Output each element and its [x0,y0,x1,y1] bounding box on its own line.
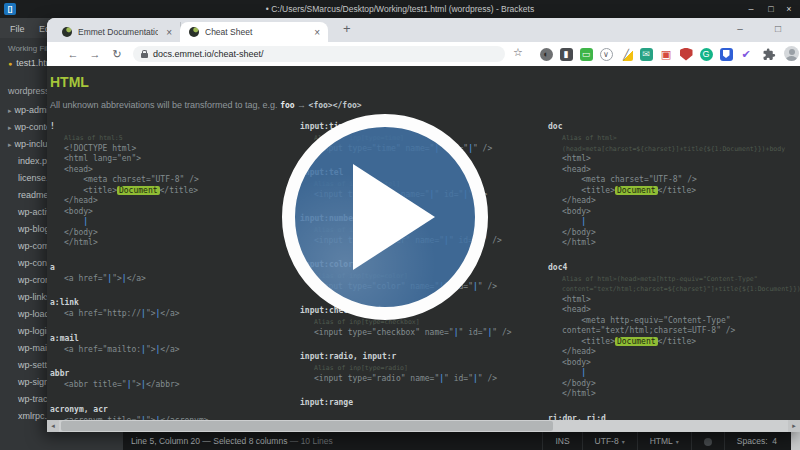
profile-avatar[interactable] [784,46,799,61]
encoding-selector[interactable]: UTF-8▾ [582,432,637,450]
indent-setting[interactable]: Spaces: 4 [724,432,789,450]
robot-extension-icon[interactable]: ▭ [580,48,593,61]
code-line: </head> [50,196,294,207]
color-picker-extension-icon[interactable]: ╱ [620,48,633,61]
abbreviation-title: ri:dpr, ri:d [548,412,792,421]
horizontal-scrollbar[interactable]: ◂ ▸ [47,420,800,432]
caret-placeholder: | [141,309,146,318]
code-line: </head> [548,347,792,358]
overwrite-indicator[interactable]: INS [542,432,581,450]
mail-extension-icon[interactable]: ✉ [640,48,653,61]
menu-file[interactable]: File [10,19,25,39]
code-line: </body> [548,228,792,239]
folder-arrow-icon: ▸ [8,124,12,131]
refresh-button[interactable]: ↻ [109,46,125,62]
encoding-value: UTF-8 [595,436,619,446]
forward-button[interactable]: → [87,46,103,62]
folder-arrow-icon: ▸ [8,107,12,114]
abbreviation-title: abbr [50,367,294,380]
cheat-section: a<a href="|">|</a> [50,261,294,285]
blue-shield-extension-icon[interactable] [720,48,733,61]
code-line: </html> [548,389,792,400]
cheat-section: input:radio, input:rAlias of inp[type=ra… [300,350,544,384]
alias-comment: Alias of inp[type=checkbox] [300,317,544,328]
screen: [] • C:/Users/SMarcus/Desktop/Working/te… [0,0,800,450]
caret-placeholder: | [468,144,473,153]
cheatsheet-column-1: !Alias of html:5<!DOCTYPE html><html lan… [50,120,294,420]
code-line: <meta charset="UTF-8" /> [548,175,792,186]
purple-check-extension-icon[interactable]: ✔ [740,48,753,61]
pocket-extension-icon[interactable]: ∨ [600,48,613,61]
alias-comment: Alias of html> [548,133,792,144]
unsaved-dot-icon: ● [8,60,12,67]
tab-close-icon[interactable]: × [314,27,320,38]
code-line: | [50,217,294,228]
caret-placeholder: | [122,274,127,283]
bookmark-star-icon[interactable]: ☆ [513,46,523,59]
new-tab-button[interactable]: + [343,21,351,36]
brackets-minimize-button[interactable]: – [742,1,760,17]
code-line: </body> [50,228,294,239]
chevron-down-icon: ▾ [676,439,679,445]
cheatsheet-column-3: docAlias of html>(head>meta[charset=${ch… [548,120,792,420]
caret-placeholder: | [127,380,132,389]
address-bar[interactable]: docs.emmet.io/cheat-sheet/ [133,46,505,62]
code-line: content="text/html;charset=UTF-8" /> [548,326,792,337]
statusbar-right: INS UTF-8▾ HTML▾ Spaces: 4 [542,432,800,450]
resize-grip [791,432,800,450]
intro-result-code: <foo></foo> [309,101,362,110]
code-line: <head> [548,305,792,316]
extensions-puzzle-icon[interactable] [763,47,776,65]
cheat-section: docAlias of html>(head>meta[charset=${ch… [548,120,792,249]
chrome-minimize-button[interactable]: – [729,18,751,40]
code-line: </body> [548,379,792,390]
caret-placeholder: | [454,328,459,337]
intro-sentence: All unknown abbreviations will be transf… [50,100,280,110]
intro-text: All unknown abbreviations will be transf… [50,100,362,110]
tab-title: Cheat Sheet [205,27,306,37]
caret-placeholder: | [107,274,112,283]
extensions-area: ◐▮▭∨╱✉▣G✔ [536,46,756,62]
intro-abbreviation: foo [280,101,294,110]
language-selector[interactable]: HTML▾ [637,432,691,450]
caret-placeholder: | [439,374,444,383]
document-extension-icon[interactable]: ▮ [560,48,573,61]
dark-mode-extension-icon[interactable]: ◐ [540,48,553,61]
caret-placeholder: | [141,345,146,354]
tab-close-icon[interactable]: × [166,27,172,38]
scrollbar-thumb[interactable] [61,421,553,431]
abbreviation-title: a:link [50,296,294,309]
alias-comment: Alias of html:5 [50,133,294,144]
alias-comment: content="text/html;charset=${charset}"]+… [548,284,792,295]
chrome-maximize-button[interactable]: □ [767,18,789,40]
scroll-right-arrow[interactable]: ▸ [788,420,800,432]
cheat-section: !Alias of html:5<!DOCTYPE html><html lan… [50,120,294,249]
emmet-favicon-icon [189,27,199,37]
line-count: — 10 Lines [290,436,333,446]
folder-arrow-icon: ▸ [8,141,12,148]
url-text: docs.emmet.io/cheat-sheet/ [153,49,264,59]
abbreviation-title: doc4 [548,261,792,274]
tab-emmet-documentation[interactable]: Emmet Documentation × [53,22,181,42]
screen-capture-extension-icon[interactable]: ▣ [660,48,673,61]
play-icon [353,164,435,270]
abbreviation-title: acronym, acr [50,403,294,416]
code-line: <!DOCTYPE html> [50,144,294,155]
cheat-section: a:mail<a href="mailto:|">|</a> [50,332,294,356]
scroll-left-arrow[interactable]: ◂ [47,420,59,432]
brackets-maximize-button[interactable]: □ [762,1,780,17]
problems-indicator[interactable] [691,432,724,450]
alias-comment: Alias of inp[type=radio] [300,363,544,374]
red-shield-extension-icon[interactable] [680,48,693,61]
brackets-window-title: • C:/Users/SMarcus/Desktop/Working/test1… [0,4,800,14]
code-line: <head> [50,165,294,176]
back-button[interactable]: ← [65,46,81,62]
caret-placeholder: | [83,217,88,226]
grammarly-extension-icon[interactable]: G [700,48,713,61]
brackets-close-button[interactable]: × [780,1,798,17]
chevron-down-icon: ▾ [622,439,625,445]
video-play-button[interactable] [282,114,488,320]
spaces-value: 4 [772,436,777,446]
tab-cheat-sheet[interactable]: Cheat Sheet × [180,22,328,42]
code-line: <html> [548,295,792,306]
